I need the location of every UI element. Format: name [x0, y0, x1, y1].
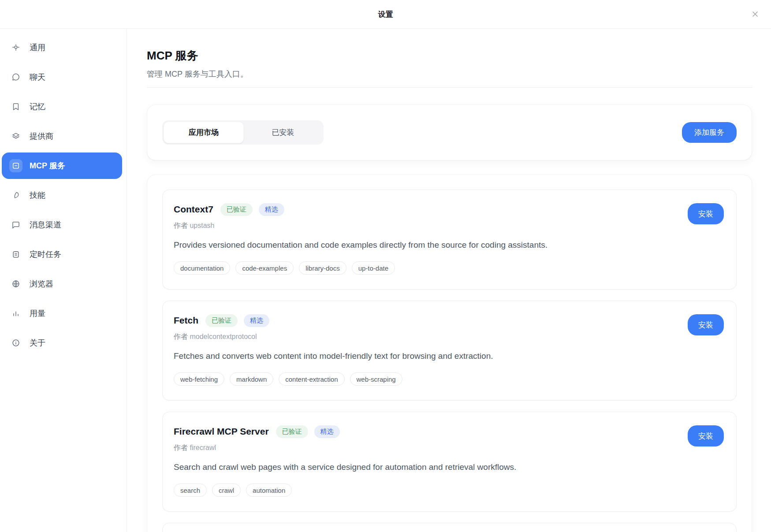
window-body: 通用 聊天 记忆	[0, 29, 771, 532]
sliders-icon	[9, 41, 22, 54]
verified-badge: 已验证	[276, 425, 308, 438]
verified-badge: 已验证	[205, 314, 238, 327]
tab-group: 应用市场 已安装	[162, 120, 324, 145]
service-card-context7: Context7 已验证 精选 作者 upstash Provides vers…	[162, 190, 737, 290]
info-icon	[9, 336, 22, 350]
sidebar-item-label: 用量	[30, 308, 45, 319]
tag: code-examples	[235, 261, 294, 275]
sidebar-item-usage[interactable]: 用量	[2, 300, 122, 327]
sidebar-item-mcp-services[interactable]: MCP 服务	[2, 153, 122, 179]
featured-badge: 精选	[244, 314, 269, 327]
close-icon[interactable]	[749, 8, 761, 20]
bar-chart-icon	[9, 307, 22, 320]
service-title-row: Fetch 已验证 精选	[174, 314, 724, 327]
tab-app-market[interactable]: 应用市场	[164, 122, 244, 143]
tag: library-docs	[299, 261, 346, 275]
service-author: 作者 upstash	[174, 221, 724, 231]
verified-badge: 已验证	[220, 203, 253, 216]
sidebar-item-scheduled-tasks[interactable]: 定时任务	[2, 241, 122, 268]
tag: up-to-date	[352, 261, 395, 275]
pen-nib-icon	[9, 189, 22, 202]
page-title: MCP 服务	[147, 49, 752, 63]
service-tags: search crawl automation	[174, 484, 724, 497]
bookmark-icon	[9, 100, 22, 113]
service-list: Context7 已验证 精选 作者 upstash Provides vers…	[147, 175, 752, 532]
service-name: Fetch	[174, 315, 198, 326]
sidebar-item-providers[interactable]: 提供商	[2, 123, 122, 149]
sidebar-item-message-channels[interactable]: 消息渠道	[2, 212, 122, 238]
service-tags: documentation code-examples library-docs…	[174, 261, 724, 275]
window-title: 设置	[378, 9, 393, 19]
sidebar-item-browser[interactable]: 浏览器	[2, 271, 122, 297]
tag: documentation	[174, 261, 230, 275]
sidebar-item-chat[interactable]: 聊天	[2, 64, 122, 90]
sidebar-item-label: 消息渠道	[30, 219, 61, 230]
tag: markdown	[230, 372, 273, 386]
chat-bubble-icon	[9, 71, 22, 84]
sidebar-item-label: 关于	[30, 338, 45, 348]
globe-icon	[9, 277, 22, 290]
mcp-panel-icon	[9, 159, 22, 172]
service-name: Firecrawl MCP Server	[174, 426, 269, 437]
tag: search	[174, 484, 207, 497]
service-tags: web-fetching markdown content-extraction…	[174, 372, 724, 386]
install-button[interactable]: 安装	[688, 314, 724, 335]
settings-window: 设置 通用 聊天	[0, 0, 771, 532]
service-description: Fetches and converts web content into mo…	[174, 351, 724, 361]
featured-badge: 精选	[259, 203, 284, 216]
message-square-icon	[9, 218, 22, 231]
service-title-row: Firecrawl MCP Server 已验证 精选	[174, 425, 724, 438]
tag: web-fetching	[174, 372, 224, 386]
service-author: 作者 firecrawl	[174, 443, 724, 453]
service-card-partial	[162, 523, 737, 532]
layers-icon	[9, 130, 22, 143]
install-button[interactable]: 安装	[688, 425, 724, 446]
service-author: 作者 modelcontextprotocol	[174, 332, 724, 342]
sidebar-item-memory[interactable]: 记忆	[2, 93, 122, 120]
sidebar-item-label: 聊天	[30, 72, 45, 82]
service-card-fetch: Fetch 已验证 精选 作者 modelcontextprotocol Fet…	[162, 301, 737, 401]
service-name: Context7	[174, 204, 213, 215]
tag: content-extraction	[279, 372, 344, 386]
main-content: MCP 服务 管理 MCP 服务与工具入口。 应用市场 已安装 添加服务 Con…	[127, 29, 771, 532]
divider	[147, 87, 752, 88]
sidebar-nav: 通用 聊天 记忆	[2, 34, 122, 356]
sidebar-item-label: MCP 服务	[30, 160, 65, 171]
tag: web-scraping	[350, 372, 402, 386]
sidebar-item-general[interactable]: 通用	[2, 34, 122, 61]
service-description: Provides versioned documentation and cod…	[174, 240, 724, 250]
sidebar-item-label: 技能	[30, 190, 45, 201]
tag: crawl	[212, 484, 241, 497]
sidebar: 通用 聊天 记忆	[0, 29, 127, 532]
sidebar-item-label: 定时任务	[30, 249, 61, 260]
sidebar-item-label: 提供商	[30, 131, 53, 141]
sidebar-item-label: 记忆	[30, 101, 45, 112]
sidebar-item-skills[interactable]: 技能	[2, 182, 122, 208]
service-description: Search and crawl web pages with a servic…	[174, 462, 724, 472]
tab-installed[interactable]: 已安装	[244, 122, 322, 143]
sidebar-item-label: 浏览器	[30, 279, 53, 289]
tag: automation	[246, 484, 292, 497]
featured-badge: 精选	[314, 425, 340, 438]
marketplace-toolbar: 应用市场 已安装 添加服务	[147, 104, 752, 160]
sidebar-item-label: 通用	[30, 42, 45, 53]
install-button[interactable]: 安装	[688, 203, 724, 224]
service-title-row: Context7 已验证 精选	[174, 203, 724, 216]
sidebar-item-about[interactable]: 关于	[2, 330, 122, 356]
titlebar: 设置	[0, 0, 771, 29]
clipboard-icon	[9, 248, 22, 261]
service-card-firecrawl: Firecrawl MCP Server 已验证 精选 作者 firecrawl…	[162, 412, 737, 512]
page-subtitle: 管理 MCP 服务与工具入口。	[147, 69, 752, 80]
add-service-button[interactable]: 添加服务	[682, 122, 737, 143]
